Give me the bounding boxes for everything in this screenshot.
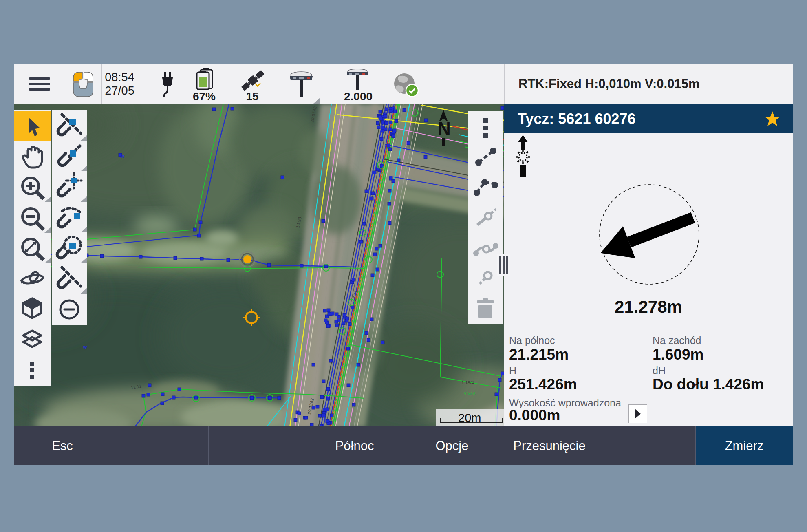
svg-text:1 18/4: 1 18/4 xyxy=(461,380,474,385)
svg-text:9 W 6: 9 W 6 xyxy=(464,391,476,396)
svg-text:w: w xyxy=(120,153,125,159)
svg-text:w: w xyxy=(83,344,87,350)
svg-text:20m: 20m xyxy=(458,411,481,424)
svg-text:N: N xyxy=(438,119,451,139)
